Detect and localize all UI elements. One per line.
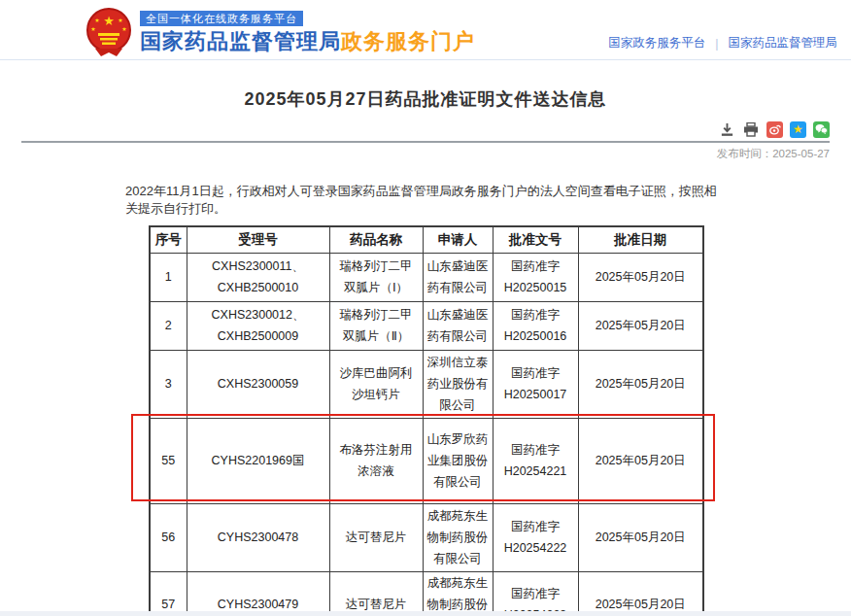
brand-text: 全国一体化在线政务服务平台 国家药品监督管理局政务服务门户 (140, 9, 475, 56)
svg-text:★: ★ (103, 14, 115, 28)
nav-link-gov-service-platform[interactable]: 国家政务服务平台 (608, 35, 705, 51)
nav-separator: | (715, 37, 718, 51)
svg-text:★: ★ (90, 26, 95, 32)
table-row: 3 CXHS2300059 沙库巴曲阿利 沙坦钙片 深圳信立泰 药业股份有 限公… (150, 350, 703, 418)
column-header-seq: 序号 (150, 226, 187, 253)
table-cell: CXHS2300059 (187, 350, 329, 418)
table-cell: 56 (150, 503, 187, 571)
page-title: 2025年05月27日药品批准证明文件送达信息 (0, 87, 851, 111)
table-cell: 3 (150, 350, 187, 418)
notice-text: 2022年11月1日起，行政相对人可登录国家药品监督管理局政务服务门户的法人空间… (125, 183, 726, 218)
table-cell: 2025年05月20日 (578, 418, 703, 503)
table-cell: CYHS2300478 (187, 503, 329, 571)
download-icon (720, 122, 734, 137)
svg-text:★: ★ (94, 17, 99, 23)
publish-time: 发布时间：2025-05-27 (21, 147, 830, 161)
column-header-applicant: 申请人 (423, 226, 493, 253)
table-cell: 国药准字 H20250015 (493, 253, 578, 301)
table-cell: 瑞格列汀二甲 双胍片（Ⅰ） (329, 253, 423, 301)
qzone-share-button[interactable]: ★ (790, 121, 806, 138)
table-cell: CYHS2201969国 (187, 418, 329, 503)
site-header: ★ ★ ★ ★ ★ 全国一体化在线政务服务平台 国家药品监督管理局政务服务门户 … (0, 0, 851, 60)
table-header-row: 序号 受理号 药品名称 申请人 批准文号 批准日期 (150, 226, 703, 253)
column-header-acceptance-no: 受理号 (187, 226, 329, 253)
table-cell: 成都苑东生 物制药股份 有限公司 (423, 571, 493, 616)
table-cell: 达可替尼片 (329, 571, 423, 616)
print-icon (743, 122, 759, 137)
table-cell: 55 (150, 418, 187, 503)
svg-text:★: ★ (121, 26, 126, 32)
table-cell: CXHS2300011、 CXHB2500010 (187, 253, 329, 301)
column-header-approval-no: 批准文号 (493, 226, 578, 253)
table-cell: 国药准字 H20250017 (493, 350, 578, 418)
table-cell: CXHS2300012、 CXHB2500009 (187, 301, 329, 350)
platform-badge: 全国一体化在线政务服务平台 (140, 11, 303, 26)
site-title-portal: 政务服务门户 (341, 29, 475, 53)
table-cell: 山东罗欣药 业集团股份 有限公司 (423, 418, 493, 503)
table-cell: 57 (150, 571, 187, 616)
table-cell: 布洛芬注射用 浓溶液 (329, 418, 423, 503)
top-nav: 国家政务服务平台 | 国家药品监督管理局 (608, 35, 837, 51)
table-cell: 国药准字 H20254223 (493, 571, 578, 616)
table-cell: CYHS2300479 (187, 571, 329, 616)
table-cell: 2025年05月20日 (578, 350, 703, 418)
national-emblem-icon: ★ ★ ★ ★ ★ (85, 8, 132, 56)
table-cell: 2025年05月20日 (578, 253, 703, 301)
column-header-approval-date: 批准日期 (578, 226, 703, 253)
print-button[interactable] (742, 120, 760, 138)
table-cell: 2025年05月20日 (578, 571, 703, 616)
site-brand: ★ ★ ★ ★ ★ 全国一体化在线政务服务平台 国家药品监督管理局政务服务门户 (85, 8, 475, 56)
table-cell: 1 (150, 253, 187, 301)
table-cell: 山东盛迪医 药有限公司 (423, 253, 493, 301)
article-toolbar: ★ (21, 120, 830, 138)
weibo-icon (769, 123, 781, 135)
table-cell: 2025年05月20日 (578, 301, 703, 350)
table-row: 1 CXHS2300011、 CXHB2500010 瑞格列汀二甲 双胍片（Ⅰ）… (150, 253, 703, 301)
wechat-icon (815, 123, 828, 135)
wechat-share-button[interactable] (813, 121, 830, 138)
column-header-drug-name: 药品名称 (329, 226, 423, 253)
bottom-strip (0, 611, 851, 616)
table-row: 57 CYHS2300479 达可替尼片 成都苑东生 物制药股份 有限公司 国药… (150, 571, 703, 616)
page: ★ ★ ★ ★ ★ 全国一体化在线政务服务平台 国家药品监督管理局政务服务门户 … (0, 0, 851, 616)
table-cell: 国药准字 H20250016 (493, 301, 578, 350)
table-row: 56 CYHS2300478 达可替尼片 成都苑东生 物制药股份 有限公司 国药… (150, 503, 703, 571)
table-cell: 2 (150, 301, 187, 350)
nav-link-nmpa[interactable]: 国家药品监督管理局 (729, 35, 838, 51)
table-cell: 2025年05月20日 (578, 503, 703, 571)
table-cell: 深圳信立泰 药业股份有 限公司 (423, 350, 493, 418)
approval-table-wrap: 序号 受理号 药品名称 申请人 批准文号 批准日期 1 CXHS2300011、… (149, 225, 702, 616)
table-cell: 沙库巴曲阿利 沙坦钙片 (329, 350, 423, 418)
approval-table: 序号 受理号 药品名称 申请人 批准文号 批准日期 1 CXHS2300011、… (149, 225, 704, 616)
table-row: 2 CXHS2300012、 CXHB2500009 瑞格列汀二甲 双胍片（Ⅱ）… (150, 301, 703, 350)
site-title: 国家药品监督管理局政务服务门户 (140, 27, 475, 56)
svg-text:★: ★ (118, 17, 122, 23)
table-cell: 山东盛迪医 药有限公司 (423, 301, 493, 350)
title-divider (21, 141, 830, 143)
table-cell: 国药准字 H20254222 (493, 503, 578, 571)
table-row-highlighted: 55 CYHS2201969国 布洛芬注射用 浓溶液 山东罗欣药 业集团股份 有… (150, 418, 703, 503)
table-cell: 成都苑东生 物制药股份 有限公司 (423, 503, 493, 571)
qzone-star-icon: ★ (793, 123, 803, 135)
table-cell: 国药准字 H20254221 (493, 418, 578, 503)
table-cell: 达可替尼片 (329, 503, 423, 571)
download-button[interactable] (718, 120, 735, 138)
table-cell: 瑞格列汀二甲 双胍片（Ⅱ） (329, 301, 423, 350)
weibo-share-button[interactable] (766, 121, 783, 138)
site-title-agency: 国家药品监督管理局 (140, 29, 341, 53)
